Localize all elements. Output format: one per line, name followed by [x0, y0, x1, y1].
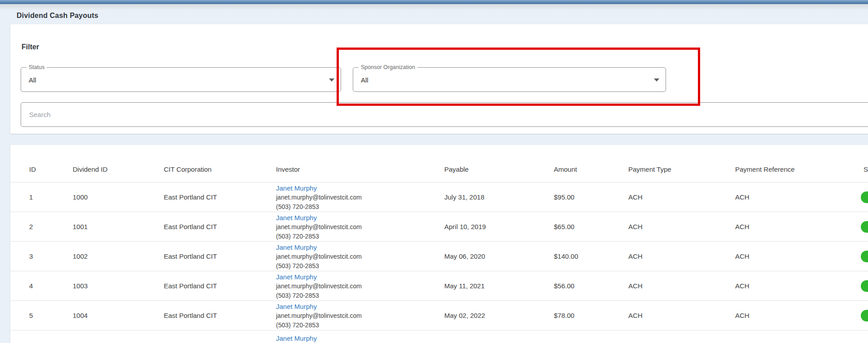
sponsor-select-value: All [361, 76, 368, 83]
cell-id: 5 [29, 312, 73, 319]
top-accent-bar [0, 0, 868, 4]
col-header-id: ID [29, 165, 73, 173]
col-header-amount: Amount [554, 165, 628, 173]
filter-heading: Filter [22, 43, 39, 51]
search-input[interactable] [21, 102, 868, 127]
status-badge [861, 310, 868, 321]
cell-investor: Janet Murphy janet.murphy@tolinvestcit.c… [276, 271, 444, 300]
cell-payment-reference: ACH [735, 312, 864, 319]
cell-cit-corporation: East Portland CIT [164, 282, 276, 290]
page-title: Dividend Cash Payouts [17, 12, 98, 20]
cell-cit-corporation: East Portland CIT [164, 312, 276, 319]
cell-payable: May 11, 2021 [444, 282, 554, 290]
cell-cit-corporation: East Portland CIT [164, 223, 276, 230]
chevron-down-icon [654, 78, 659, 82]
sponsor-select-label: Sponsor Organization [359, 64, 417, 71]
table-header-row: ID Dividend ID CIT Corporation Investor … [10, 145, 868, 182]
cell-investor: Janet Murphy janet.murphy@tolinvestcit.c… [276, 301, 444, 330]
payouts-table: ID Dividend ID CIT Corporation Investor … [10, 145, 868, 343]
cell-cit-corporation: East Portland CIT [164, 252, 276, 260]
filter-card: Filter Status All Sponsor Organization A… [10, 24, 868, 134]
cell-dividend-id: 1002 [73, 252, 164, 260]
investor-email: janet.murphy@tolinvestcit.com [276, 193, 444, 202]
investor-email: janet.murphy@tolinvestcit.com [276, 282, 444, 291]
chevron-down-icon [329, 78, 334, 82]
cell-payment-type: ACH [628, 223, 735, 230]
cell-payment-reference: ACH [735, 223, 864, 230]
cell-status [864, 271, 868, 300]
cell-amount: $140.00 [554, 252, 628, 260]
cell-payment-type: ACH [628, 193, 735, 201]
cell-amount: $65.00 [554, 223, 628, 230]
status-select-label: Status [26, 64, 47, 71]
investor-phone: (503) 720-2853 [276, 232, 444, 241]
col-header-payment-type: Payment Type [628, 165, 735, 173]
col-header-status: Status [864, 165, 868, 173]
investor-phone: (503) 720-2853 [276, 202, 444, 212]
cell-payment-reference: ACH [735, 193, 864, 201]
table-row-partial: Janet Murphy [10, 330, 868, 343]
cell-payable: April 10, 2019 [444, 223, 554, 230]
cell-cit-corporation: East Portland CIT [164, 193, 276, 201]
investor-phone: (503) 720-2853 [276, 321, 444, 330]
cell-id: 3 [29, 252, 73, 260]
cell-amount: $56.00 [554, 282, 628, 290]
cell-investor: Janet Murphy janet.murphy@tolinvestcit.c… [276, 212, 444, 241]
cell-id: 1 [29, 193, 73, 201]
table-row: 4 1003 East Portland CIT Janet Murphy ja… [10, 271, 868, 300]
status-badge [861, 280, 868, 292]
investor-link[interactable]: Janet Murphy [276, 213, 444, 222]
cell-payable: May 02, 2022 [444, 312, 554, 319]
sponsor-organization-select[interactable]: Sponsor Organization All [353, 67, 666, 92]
status-badge [861, 221, 868, 233]
investor-email: janet.murphy@tolinvestcit.com [276, 222, 444, 232]
table-row: 3 1002 East Portland CIT Janet Murphy ja… [10, 241, 868, 271]
cell-dividend-id: 1000 [73, 193, 164, 201]
cell-investor: Janet Murphy janet.murphy@tolinvestcit.c… [276, 182, 444, 212]
cell-id: 2 [29, 223, 73, 230]
status-badge [861, 251, 868, 262]
cell-amount: $78.00 [554, 312, 628, 319]
table-row: 1 1000 East Portland CIT Janet Murphy ja… [10, 182, 868, 212]
col-header-payment-reference: Payment Reference [735, 165, 864, 173]
cell-status [864, 301, 868, 330]
cell-status [864, 182, 868, 212]
top-fade [0, 4, 868, 10]
cell-payable: July 31, 2018 [444, 193, 554, 201]
status-select-value: All [29, 76, 36, 83]
cell-id: 4 [29, 282, 73, 290]
cell-dividend-id: 1004 [73, 312, 164, 319]
investor-phone: (503) 720-2853 [276, 291, 444, 300]
cell-payment-type: ACH [628, 312, 735, 319]
investor-phone: (503) 720-2853 [276, 261, 444, 271]
cell-dividend-id: 1003 [73, 282, 164, 290]
investor-email: janet.murphy@tolinvestcit.com [276, 311, 444, 321]
cell-payment-reference: ACH [735, 282, 864, 290]
investor-link[interactable]: Janet Murphy [276, 334, 444, 343]
status-badge [861, 191, 868, 203]
status-select[interactable]: Status All [21, 67, 341, 92]
cell-payment-reference: ACH [735, 252, 864, 260]
cell-investor: Janet Murphy janet.murphy@tolinvestcit.c… [276, 242, 444, 271]
col-header-dividend-id: Dividend ID [73, 165, 164, 173]
cell-payment-type: ACH [628, 252, 735, 260]
col-header-investor: Investor [276, 165, 444, 173]
cell-amount: $95.00 [554, 193, 628, 201]
investor-link[interactable]: Janet Murphy [276, 183, 444, 193]
investor-link[interactable]: Janet Murphy [276, 243, 444, 252]
col-header-payable: Payable [444, 165, 554, 173]
cell-status [864, 242, 868, 271]
table-body: 1 1000 East Portland CIT Janet Murphy ja… [10, 182, 868, 330]
cell-payable: May 06, 2020 [444, 252, 554, 260]
cell-payment-type: ACH [628, 282, 735, 290]
investor-link[interactable]: Janet Murphy [276, 272, 444, 282]
cell-status [864, 212, 868, 241]
investor-email: janet.murphy@tolinvestcit.com [276, 252, 444, 261]
table-row: 5 1004 East Portland CIT Janet Murphy ja… [10, 300, 868, 330]
investor-link[interactable]: Janet Murphy [276, 302, 444, 311]
cell-dividend-id: 1001 [73, 223, 164, 230]
table-row: 2 1001 East Portland CIT Janet Murphy ja… [10, 212, 868, 241]
col-header-cit-corporation: CIT Corporation [164, 165, 276, 173]
